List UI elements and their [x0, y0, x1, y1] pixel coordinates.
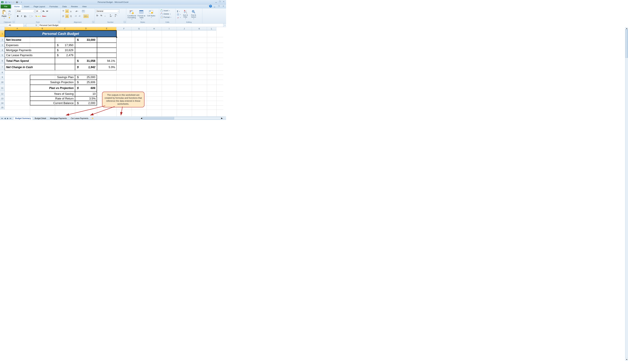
cell-d2[interactable]: $33,000 [75, 37, 97, 43]
grow-font-button[interactable]: A▴ [42, 9, 45, 13]
tab-insert[interactable]: Insert [22, 4, 32, 8]
align-top-button[interactable] [62, 9, 65, 13]
col-header-f[interactable]: F [116, 27, 132, 30]
sheet-nav-first[interactable]: ⏮ [1, 117, 3, 120]
sheet-tab-budget-detail[interactable]: Budget Detail [33, 117, 48, 120]
row-header-5[interactable]: 5 [0, 53, 5, 58]
font-launcher[interactable]: ↘ [58, 21, 60, 23]
merge-center-button[interactable]: ▾ [83, 14, 88, 18]
horizontal-scrollbar[interactable]: ◀ ▶ [140, 117, 223, 119]
cell-e7[interactable]: 5.9% [97, 64, 116, 70]
row-header-7[interactable]: 7 [0, 64, 5, 70]
close-button[interactable]: ✕ [222, 0, 226, 3]
number-format-combo[interactable]: General▾ [96, 9, 119, 13]
row-header-6[interactable]: 6 [0, 58, 5, 64]
cell-bc11[interactable]: Plan vs Projection [30, 85, 75, 91]
cell-bc9[interactable]: Savings Plan [30, 75, 75, 80]
row-header-10[interactable]: 10 [0, 80, 5, 85]
hscroll-track[interactable] [143, 117, 221, 119]
doc-close-button[interactable]: ✕ [221, 5, 225, 7]
name-box[interactable]: A1 [8, 24, 23, 27]
row-header-4[interactable]: 4 [0, 48, 5, 53]
tab-view[interactable]: View [80, 4, 89, 8]
cell-styles-button[interactable]: Cell Styles▾ [147, 9, 156, 19]
cell-c5[interactable]: $2,479 [55, 53, 75, 58]
cell-d9[interactable]: $25,000 [75, 75, 97, 80]
sort-filter-button[interactable]: AZ Sort & Filter▾ [182, 9, 189, 20]
align-center-button[interactable] [65, 14, 69, 18]
sheet-nav-next[interactable]: ▶ [6, 117, 9, 120]
comma-format-button[interactable]: , [103, 14, 107, 17]
cell-d3[interactable] [75, 43, 97, 48]
cell-d6[interactable]: $31,058 [75, 58, 97, 64]
decrease-indent-button[interactable] [74, 14, 77, 18]
tab-data[interactable]: Data [60, 4, 69, 8]
cell-e3[interactable] [97, 43, 116, 48]
bold-button[interactable]: B [16, 14, 19, 18]
hscroll-thumb[interactable] [143, 117, 174, 119]
cell-d12[interactable]: 10 [75, 91, 97, 96]
cell-d5[interactable] [75, 53, 97, 58]
cell-bc14[interactable]: Current Balance [30, 101, 75, 105]
col-header-i[interactable]: I [162, 27, 177, 30]
cell-e6[interactable]: 94.1% [97, 58, 116, 64]
cut-button[interactable] [8, 9, 11, 12]
copy-button[interactable]: ▾ [8, 13, 11, 16]
shrink-font-button[interactable]: A▾ [46, 9, 49, 13]
accounting-format-button[interactable]: $▾ [96, 14, 99, 17]
excel-icon[interactable]: X [1, 0, 4, 4]
cell-c7[interactable] [55, 64, 75, 70]
cell-e5[interactable] [97, 53, 116, 58]
fill-color-button[interactable]: ▾ [35, 14, 41, 18]
cell-a5[interactable]: Car Lease Payments [5, 53, 55, 58]
borders-button[interactable]: ▾ [29, 14, 33, 18]
cell-d11[interactable]: $606 [75, 85, 97, 91]
col-header-k[interactable]: K [192, 27, 207, 30]
cell-d10[interactable]: $25,606 [75, 80, 97, 85]
fx-button[interactable]: fx [34, 24, 39, 27]
row-header-15[interactable]: 15 [0, 105, 5, 110]
col-header-l[interactable]: L [207, 27, 216, 30]
row-header-2[interactable]: 2 [0, 37, 5, 43]
tab-home[interactable]: Home [12, 4, 22, 8]
cell-title[interactable]: Personal Cash Budget [5, 30, 116, 37]
tab-file[interactable]: File [1, 4, 11, 8]
conditional-formatting-button[interactable]: Conditional Formatting▾ [127, 9, 136, 21]
cell-e2[interactable] [97, 37, 116, 43]
formula-bar-expand[interactable]: ▾ [223, 24, 226, 27]
autosum-button[interactable]: Σ▾ [177, 10, 181, 13]
ribbon-minimize-icon[interactable]: ˆ [208, 5, 209, 7]
wrap-text-button[interactable] [81, 9, 85, 13]
sheet-tab-mortgage-payments[interactable]: Mortgage Payments [48, 117, 69, 120]
doc-restore-button[interactable]: ❐ [217, 5, 221, 7]
row-header-3[interactable]: 3 [0, 43, 5, 48]
align-left-button[interactable] [62, 14, 65, 18]
format-as-table-button[interactable]: Format as Table▾ [137, 9, 146, 21]
select-all-corner[interactable] [0, 27, 5, 30]
format-painter-button[interactable] [8, 16, 11, 19]
col-header-e[interactable]: E [97, 27, 116, 30]
col-header-b[interactable]: B [30, 27, 55, 30]
italic-button[interactable]: I [20, 14, 23, 18]
cell-d4[interactable] [75, 48, 97, 53]
underline-button[interactable]: U▾ [23, 14, 27, 18]
row-header-9[interactable]: 9 [0, 75, 5, 80]
tab-formulas[interactable]: Formulas [47, 4, 60, 8]
sheet-tab-budget-summary[interactable]: Budget Summary [13, 117, 33, 120]
restore-button[interactable]: ❐ [218, 0, 222, 3]
cell-c2[interactable] [55, 37, 75, 43]
align-middle-button[interactable] [65, 9, 69, 13]
insert-sheet-button[interactable] [90, 117, 95, 120]
cell-d14[interactable]: $2,000 [75, 101, 97, 105]
col-header-g[interactable]: G [132, 27, 147, 30]
col-header-j[interactable]: J [177, 27, 192, 30]
cell-a2[interactable]: Net Income [5, 37, 55, 43]
cell-a7[interactable]: Net Change in Cash [5, 64, 55, 70]
row-header-1[interactable]: 1 [0, 30, 5, 37]
delete-cells-button[interactable]: Delete▾ [160, 12, 175, 15]
save-icon[interactable] [4, 0, 8, 4]
sheet-nav-last[interactable]: ⏭ [9, 117, 12, 120]
increase-indent-button[interactable] [78, 14, 81, 18]
doc-minimize-button[interactable]: ▁ [213, 5, 216, 7]
insert-cells-button[interactable]: Insert▾ [160, 9, 175, 12]
